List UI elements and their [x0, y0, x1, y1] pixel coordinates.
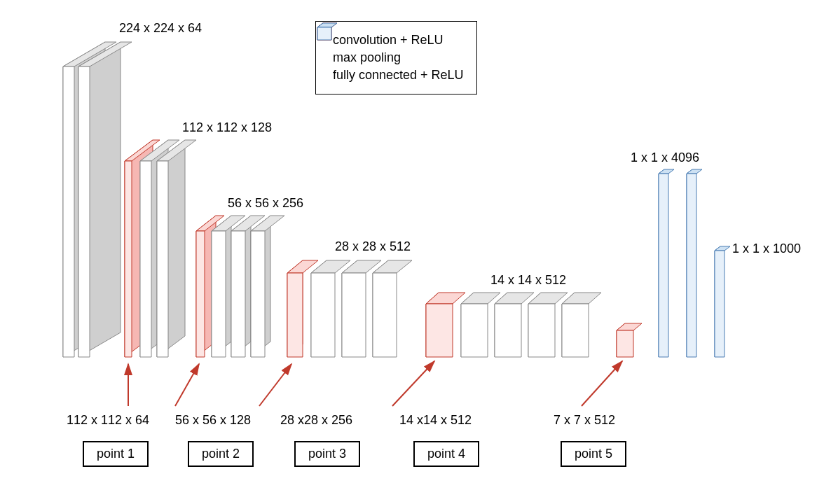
svg-marker-5 — [78, 66, 90, 357]
svg-marker-43 — [461, 293, 500, 304]
svg-marker-40 — [426, 293, 465, 304]
legend: convolution + ReLU max pooling fully con… — [315, 21, 477, 94]
svg-marker-50 — [528, 304, 555, 357]
conv-block-5 — [461, 293, 601, 357]
legend-pool-text: max pooling — [333, 50, 401, 65]
svg-marker-8 — [125, 161, 132, 357]
point-2-box: point 2 — [188, 441, 254, 467]
svg-marker-35 — [342, 273, 366, 357]
svg-marker-32 — [311, 273, 335, 357]
svg-marker-11 — [140, 161, 151, 357]
legend-conv-text: convolution + ReLU — [333, 33, 444, 48]
svg-marker-58 — [659, 169, 674, 174]
conv-block-2 — [140, 140, 196, 357]
conv-block-3 — [212, 216, 284, 357]
legend-fc-icon — [316, 22, 343, 41]
point-4-box: point 4 — [413, 441, 479, 467]
label-pool5: 7 x 7 x 512 — [554, 413, 615, 428]
legend-pool: max pooling — [326, 50, 464, 65]
svg-marker-53 — [562, 304, 589, 357]
svg-marker-74 — [317, 27, 331, 40]
point-3-box: point 3 — [294, 441, 360, 467]
legend-conv: convolution + ReLU — [326, 33, 464, 48]
pool-4 — [426, 293, 465, 357]
svg-marker-38 — [373, 273, 397, 357]
conv-block-1 — [63, 42, 132, 357]
svg-marker-49 — [528, 293, 568, 304]
label-fc4096: 1 x 1 x 4096 — [631, 150, 699, 165]
arrow-pool-4 — [392, 361, 434, 406]
arrow-pool-3 — [259, 364, 291, 406]
svg-marker-46 — [495, 293, 534, 304]
svg-marker-41 — [426, 304, 453, 357]
legend-fc-text: fully connected + ReLU — [333, 68, 464, 83]
svg-marker-44 — [461, 304, 488, 357]
arrow-pool-2 — [175, 364, 199, 406]
conv-block-4 — [311, 260, 412, 357]
pool-5 — [617, 323, 642, 357]
svg-marker-20 — [212, 231, 226, 357]
point-5-box: point 5 — [561, 441, 626, 467]
svg-marker-55 — [617, 323, 642, 330]
svg-marker-14 — [157, 161, 168, 357]
label-pool2: 56 x 56 x 128 — [175, 413, 251, 428]
label-fc1000: 1 x 1 x 1000 — [732, 241, 801, 256]
label-pool4: 14 x14 x 512 — [399, 413, 472, 428]
svg-marker-23 — [231, 231, 245, 357]
svg-marker-73 — [317, 23, 337, 27]
svg-marker-65 — [715, 251, 724, 357]
svg-marker-17 — [196, 231, 205, 357]
label-conv5: 14 x 14 x 512 — [490, 273, 566, 288]
svg-marker-62 — [687, 174, 696, 357]
arrow-pool-5 — [582, 361, 622, 406]
label-conv1: 224 x 224 x 64 — [119, 21, 202, 36]
label-pool1: 112 x 112 x 64 — [67, 413, 149, 428]
svg-marker-52 — [562, 293, 601, 304]
svg-marker-59 — [659, 174, 668, 357]
svg-marker-2 — [63, 66, 74, 357]
label-conv4: 28 x 28 x 512 — [335, 239, 411, 254]
svg-marker-26 — [251, 231, 265, 357]
svg-marker-64 — [715, 246, 730, 251]
point-1-box: point 1 — [83, 441, 149, 467]
label-pool3: 28 x28 x 256 — [280, 413, 352, 428]
legend-fc: fully connected + ReLU — [326, 68, 464, 83]
svg-marker-29 — [287, 273, 303, 357]
svg-marker-56 — [617, 330, 633, 357]
label-conv3: 56 x 56 x 256 — [228, 196, 303, 211]
svg-marker-61 — [687, 169, 702, 174]
fc-layers — [659, 169, 730, 357]
svg-marker-47 — [495, 304, 521, 357]
label-conv2: 112 x 112 x 128 — [182, 120, 272, 135]
